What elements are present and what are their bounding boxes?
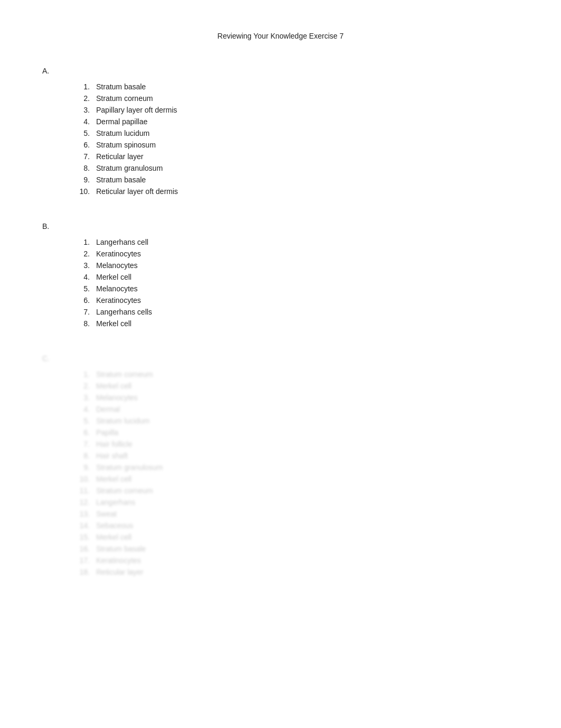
item-number: 11.	[74, 486, 90, 495]
item-number: 3.	[74, 393, 90, 402]
item-number: 7.	[74, 152, 90, 161]
item-number: 7.	[74, 440, 90, 448]
list-item: 3.Papillary layer oft dermis	[74, 106, 519, 114]
list-item: 14.Sebaceous	[74, 521, 519, 530]
item-text: Sweat	[96, 510, 117, 518]
item-number: 1.	[74, 82, 90, 91]
item-text: Stratum corneum	[96, 370, 153, 379]
item-number: 8.	[74, 164, 90, 172]
list-item: 15.Merkel cell	[74, 533, 519, 541]
item-number: 10.	[74, 187, 90, 196]
list-item: 13.Sweat	[74, 510, 519, 518]
item-number: 6.	[74, 296, 90, 305]
item-text: Sebaceous	[96, 521, 133, 530]
item-text: Stratum lucidum	[96, 129, 149, 137]
item-text: Merkel cell	[96, 533, 132, 541]
item-number: 1.	[74, 238, 90, 246]
list-item: 5.Melanocytes	[74, 284, 519, 293]
item-number: 12.	[74, 498, 90, 506]
list-item: 4.Dermal	[74, 405, 519, 413]
item-number: 5.	[74, 129, 90, 137]
item-text: Hair shaft	[96, 451, 128, 460]
list-item: 1.Langerhans cell	[74, 238, 519, 246]
item-number: 4.	[74, 273, 90, 281]
item-text: Merkel cell	[96, 273, 132, 281]
item-text: Dermal	[96, 405, 120, 413]
list-item: 8.Stratum granulosum	[74, 164, 519, 172]
list-item: 6.Stratum spinosum	[74, 141, 519, 149]
item-text: Stratum spinosum	[96, 141, 156, 149]
item-text: Hair follicle	[96, 440, 132, 448]
item-number: 6.	[74, 428, 90, 437]
list-item: 6.Keratinocytes	[74, 296, 519, 305]
list-item: 7.Langerhans cells	[74, 308, 519, 316]
list-item: 2.Keratinocytes	[74, 250, 519, 258]
section-c-label: C.	[42, 354, 519, 363]
list-item: 1.Stratum basale	[74, 82, 519, 91]
list-item: 4.Merkel cell	[74, 273, 519, 281]
section-c: C. 1.Stratum corneum2.Merkel cell3.Melan…	[42, 354, 519, 576]
item-text: Stratum corneum	[96, 94, 153, 103]
item-text: Langerhans cell	[96, 238, 148, 246]
item-number: 2.	[74, 94, 90, 103]
item-text: Dermal papillae	[96, 117, 147, 126]
item-number: 6.	[74, 141, 90, 149]
item-number: 14.	[74, 521, 90, 530]
section-a-list: 1.Stratum basale2.Stratum corneum3.Papil…	[42, 82, 519, 196]
item-text: Papilla	[96, 428, 118, 437]
list-item: 17.Keratinocytes	[74, 556, 519, 565]
list-item: 11.Stratum corneum	[74, 486, 519, 495]
item-number: 8.	[74, 319, 90, 328]
list-item: 16.Stratum basale	[74, 545, 519, 553]
item-text: Keratinocytes	[96, 296, 141, 305]
item-text: Melanocytes	[96, 393, 138, 402]
list-item: 5.Stratum lucidum	[74, 129, 519, 137]
item-number: 7.	[74, 308, 90, 316]
item-text: Stratum granulosum	[96, 463, 163, 472]
item-number: 16.	[74, 545, 90, 553]
item-number: 2.	[74, 382, 90, 390]
section-a: A. 1.Stratum basale2.Stratum corneum3.Pa…	[42, 67, 519, 196]
list-item: 10.Reticular layer oft dermis	[74, 187, 519, 196]
section-b-label: B.	[42, 222, 519, 231]
item-text: Langerhans cells	[96, 308, 152, 316]
section-c-list: 1.Stratum corneum2.Merkel cell3.Melanocy…	[42, 370, 519, 576]
list-item: 7.Hair follicle	[74, 440, 519, 448]
item-number: 4.	[74, 405, 90, 413]
item-text: Stratum basale	[96, 82, 146, 91]
item-number: 9.	[74, 176, 90, 184]
list-item: 8.Merkel cell	[74, 319, 519, 328]
item-text: Melanocytes	[96, 284, 138, 293]
item-number: 3.	[74, 261, 90, 270]
item-text: Keratinocytes	[96, 250, 141, 258]
list-item: 3.Melanocytes	[74, 393, 519, 402]
item-number: 9.	[74, 463, 90, 472]
item-text: Reticular layer oft dermis	[96, 187, 178, 196]
list-item: 9.Stratum basale	[74, 176, 519, 184]
item-number: 10.	[74, 475, 90, 483]
item-number: 2.	[74, 250, 90, 258]
list-item: 3.Melanocytes	[74, 261, 519, 270]
item-text: Stratum basale	[96, 176, 146, 184]
section-b-list: 1.Langerhans cell2.Keratinocytes3.Melano…	[42, 238, 519, 328]
item-text: Reticular layer	[96, 152, 143, 161]
list-item: 2.Stratum corneum	[74, 94, 519, 103]
item-text: Langerhans	[96, 498, 135, 506]
item-number: 13.	[74, 510, 90, 518]
list-item: 5.Stratum lucidum	[74, 417, 519, 425]
item-text: Melanocytes	[96, 261, 138, 270]
item-text: Papillary layer oft dermis	[96, 106, 177, 114]
item-number: 15.	[74, 533, 90, 541]
item-number: 1.	[74, 370, 90, 379]
item-text: Merkel cell	[96, 382, 132, 390]
list-item: 2.Merkel cell	[74, 382, 519, 390]
item-number: 8.	[74, 451, 90, 460]
item-number: 17.	[74, 556, 90, 565]
item-text: Reticular layer	[96, 568, 143, 576]
list-item: 6.Papilla	[74, 428, 519, 437]
item-text: Stratum granulosum	[96, 164, 163, 172]
item-number: 18.	[74, 568, 90, 576]
page-title: Reviewing Your Knowledge Exercise 7	[42, 32, 519, 40]
section-b: B. 1.Langerhans cell2.Keratinocytes3.Mel…	[42, 222, 519, 328]
list-item: 8.Hair shaft	[74, 451, 519, 460]
